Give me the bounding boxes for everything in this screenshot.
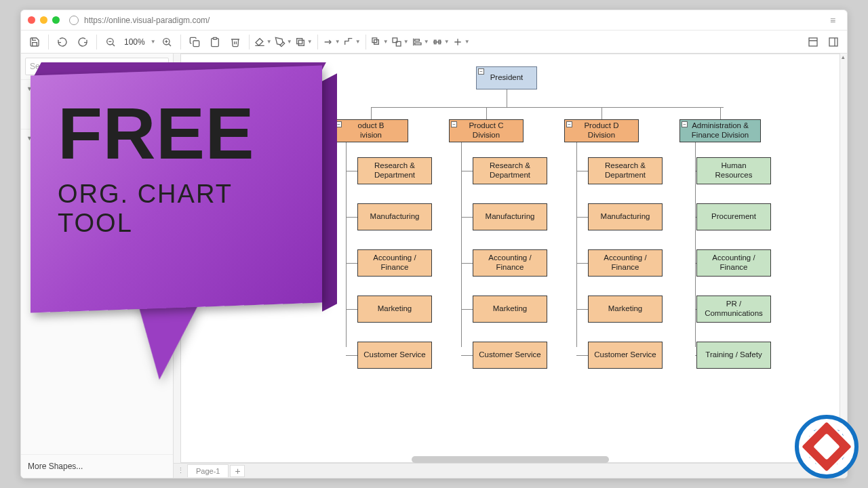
to-front-button[interactable]: ▼	[370, 33, 389, 52]
org-node[interactable]: President−	[476, 66, 537, 89]
hamburger-icon[interactable]: ≡	[825, 15, 840, 26]
svg-line-2	[113, 43, 115, 45]
page-handle-icon[interactable]: ⋮	[174, 466, 187, 475]
org-node[interactable]: Accounting / Finance	[357, 249, 432, 277]
org-node[interactable]: oduct B ivision−	[334, 119, 408, 142]
org-node[interactable]: Customer Service	[588, 342, 663, 369]
org-node[interactable]: Customer Service	[473, 342, 547, 369]
svg-rect-8	[213, 37, 216, 39]
window-controls	[28, 16, 60, 24]
connector	[461, 309, 473, 310]
connector	[346, 171, 357, 171]
collapse-icon[interactable]: −	[682, 121, 688, 127]
add-page-button[interactable]: +	[230, 465, 245, 477]
org-node[interactable]: Marketing	[588, 296, 663, 323]
waypoint-button[interactable]: ▼	[342, 33, 361, 52]
connector	[576, 355, 588, 356]
zoom-level[interactable]: 100%	[121, 37, 148, 47]
connector	[346, 309, 357, 310]
connector	[461, 142, 462, 347]
org-node[interactable]: Manufacturing	[473, 203, 547, 230]
connector	[371, 107, 372, 119]
connector	[576, 171, 588, 171]
org-node[interactable]: Research & Department	[357, 157, 432, 184]
toolbar: 100%▼ ▼ ▼ ▼ ▼ ▼ ▼ ▼ ▼ ▼ ▼	[21, 30, 847, 54]
shadow-button[interactable]: ▼	[294, 33, 313, 52]
connector	[507, 89, 507, 107]
sidebar-category-1[interactable]: ▼Sc	[21, 79, 173, 98]
svg-rect-18	[414, 43, 420, 45]
org-node[interactable]: Accounting / Finance	[473, 249, 547, 277]
svg-rect-7	[193, 41, 199, 47]
svg-rect-24	[809, 38, 817, 46]
shape-thumb-bar[interactable]	[32, 150, 93, 159]
canvas-area: President−oduct B ivision−Product C Divi…	[174, 54, 847, 478]
fill-color-button[interactable]: ▼	[254, 33, 273, 52]
org-node[interactable]: Product D Division−	[564, 119, 639, 142]
connector	[601, 107, 602, 119]
panel-toggle-1-button[interactable]	[804, 33, 823, 52]
connector	[346, 217, 357, 218]
collapse-icon[interactable]: −	[478, 68, 484, 75]
distribute-button[interactable]: ▼	[431, 33, 450, 52]
close-icon[interactable]	[28, 16, 35, 24]
app-window: https://online.visual-paradigm.com/ ≡ 10…	[20, 9, 848, 479]
org-node[interactable]: Marketing	[357, 296, 432, 323]
url-text: https://online.visual-paradigm.com/	[84, 16, 210, 25]
connector	[461, 171, 473, 171]
zoom-out-button[interactable]	[101, 33, 120, 52]
org-node[interactable]: Research & Department	[588, 157, 663, 184]
panel-toggle-2-button[interactable]	[824, 33, 843, 52]
copy-button[interactable]	[185, 33, 204, 52]
undo-button[interactable]	[53, 33, 72, 52]
collapse-icon[interactable]: −	[451, 121, 457, 127]
org-node[interactable]: Research & Department	[473, 157, 547, 184]
svg-rect-26	[829, 38, 837, 46]
connector	[695, 142, 696, 347]
canvas[interactable]: President−oduct B ivision−Product C Divi…	[180, 54, 840, 463]
connector	[346, 355, 357, 356]
org-node[interactable]: Manufacturing	[588, 203, 663, 230]
to-back-button[interactable]: ▼	[391, 33, 410, 52]
org-node[interactable]: Marketing	[473, 296, 547, 323]
align-button[interactable]: ▼	[411, 33, 430, 52]
page-tab-1[interactable]: Page-1	[187, 464, 229, 477]
connector	[576, 217, 588, 218]
org-node[interactable]: Manufacturing	[357, 203, 432, 230]
chevron-down-icon: ▼	[26, 85, 33, 92]
more-shapes-button[interactable]: More Shapes...	[21, 454, 173, 478]
add-button[interactable]: ▼	[452, 33, 471, 52]
delete-button[interactable]	[226, 33, 245, 52]
org-node[interactable]: Human Resources	[696, 157, 771, 184]
zoom-dropdown-icon[interactable]: ▼	[151, 39, 156, 45]
redo-button[interactable]	[73, 33, 92, 52]
collapse-icon[interactable]: −	[566, 121, 572, 127]
connector-button[interactable]: ▼	[322, 33, 341, 52]
org-node[interactable]: Customer Service	[357, 342, 432, 369]
connector	[576, 142, 577, 347]
line-color-button[interactable]: ▼	[274, 33, 293, 52]
save-button[interactable]	[25, 33, 44, 52]
search-input[interactable]: Se	[25, 58, 169, 75]
org-node[interactable]: Training / Safety	[696, 342, 771, 369]
connector	[576, 263, 588, 264]
org-node[interactable]: Procurement	[696, 203, 771, 230]
sidebar-category-2[interactable]: ▼Or	[21, 129, 173, 147]
shape-thumb[interactable]	[32, 102, 62, 125]
org-node[interactable]: Accounting / Finance	[696, 249, 771, 277]
minimize-icon[interactable]	[40, 16, 47, 24]
connector	[720, 107, 721, 119]
horizontal-scrollbar[interactable]	[180, 456, 840, 463]
org-node[interactable]: Accounting / Finance	[588, 249, 663, 277]
maximize-icon[interactable]	[52, 16, 60, 24]
collapse-icon[interactable]: −	[336, 121, 342, 127]
zoom-in-button[interactable]	[157, 33, 176, 52]
brand-logo	[795, 415, 859, 479]
paste-button[interactable]	[205, 33, 224, 52]
chevron-down-icon: ▼	[26, 135, 33, 142]
url-bar[interactable]: https://online.visual-paradigm.com/	[69, 16, 825, 25]
connector	[486, 107, 487, 119]
org-node[interactable]: PR / Communications	[696, 296, 771, 323]
org-node[interactable]: Administration & Finance Division−	[679, 119, 761, 142]
org-node[interactable]: Product C Division−	[449, 119, 524, 142]
